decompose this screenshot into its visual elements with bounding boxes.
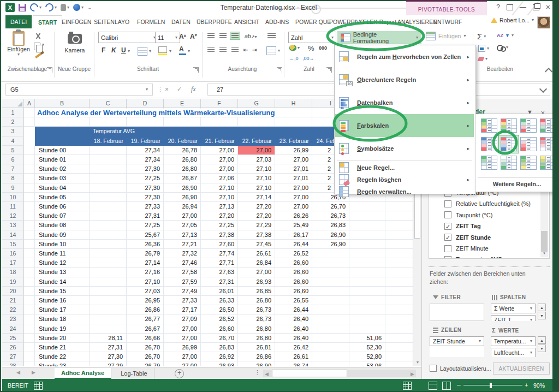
cell-D25[interactable]: 26,66 [127, 334, 164, 343]
field-item-zeit-minute[interactable]: ZEIT Minute [429, 243, 549, 254]
font-size-combo[interactable]: 11▾ [155, 32, 180, 43]
menu-item-obere-untere-regeln[interactable]: ↑10Obere/untere Regeln▸ [335, 68, 474, 91]
cell-C11[interactable] [90, 202, 127, 211]
cell-C19[interactable] [90, 277, 127, 287]
cell-E24[interactable]: 27,00 [164, 324, 201, 334]
insert-function-icon[interactable]: fx [191, 85, 196, 93]
cell-H21[interactable]: 26,55 [275, 296, 312, 305]
column-header-B[interactable]: B [35, 99, 90, 108]
cell-G20[interactable]: 26,85 [238, 287, 275, 296]
cell-A12[interactable] [24, 211, 35, 221]
ribbon-tab-add-ins[interactable]: ADD-INS [260, 15, 294, 28]
find-select-button[interactable]: ▾ [497, 45, 508, 50]
chip-dropdown-icon[interactable]: ▾ [530, 318, 532, 321]
cell-label-B27[interactable]: Stunde 22 [35, 352, 90, 361]
cell-H28[interactable]: 26,74 [275, 361, 312, 366]
cell-J12[interactable] [349, 211, 385, 221]
cell-D27[interactable]: 26,70 [127, 352, 164, 361]
cell-D14[interactable]: 25,67 [127, 230, 164, 240]
align-middle-button[interactable] [218, 32, 228, 39]
cell-F15[interactable]: 27,60 [201, 240, 238, 249]
cell-I19[interactable] [312, 277, 349, 287]
cell-label-B23[interactable]: Stunde 18 [35, 314, 90, 324]
cell-label-B28[interactable]: Stunde 23 [35, 361, 90, 366]
cell-K26[interactable]: 49 [385, 343, 413, 352]
cell-K21[interactable]: 50 [385, 296, 413, 305]
defer-layout-checkbox[interactable] [430, 365, 437, 372]
font-dialog-launcher-icon[interactable] [193, 67, 199, 73]
cell-J27[interactable]: 52,80 [349, 352, 385, 361]
field-checkbox[interactable] [444, 211, 451, 218]
more-rules-item[interactable]: Weitere Regeln... [475, 181, 552, 187]
cell-D2[interactable] [127, 117, 164, 127]
zoom-slider[interactable] [463, 385, 522, 385]
cell-C6[interactable] [90, 155, 127, 164]
italic-button[interactable]: K [111, 46, 116, 54]
horizontal-scroll-thumb[interactable] [272, 370, 347, 377]
cell-F24[interactable]: 26,60 [201, 324, 238, 334]
cell-D22[interactable]: 26,86 [127, 305, 164, 314]
cell-A21[interactable] [24, 296, 35, 305]
cell-D10[interactable]: 27,30 [127, 193, 164, 202]
cell-E12[interactable]: 27,00 [164, 211, 201, 221]
cell-K15[interactable]: 45 [385, 240, 413, 249]
scroll-down-icon[interactable]: ▼ [414, 358, 421, 366]
row-header-13[interactable]: 13 [2, 221, 24, 230]
excel-logo-icon[interactable]: X [5, 3, 15, 12]
cell-G8[interactable]: 27,10 [238, 174, 275, 183]
row-header-23[interactable]: 23 [2, 314, 24, 324]
cell-K11[interactable]: 54 [385, 202, 413, 211]
cell-A28[interactable] [24, 361, 35, 366]
cell-C15[interactable] [90, 240, 127, 249]
row-header-17[interactable]: 17 [2, 258, 24, 268]
row-header-22[interactable]: 22 [2, 305, 24, 314]
cell-K24[interactable]: 49 [385, 324, 413, 334]
cell-C10[interactable] [90, 193, 127, 202]
comma-style-button[interactable]: 000 [319, 45, 327, 51]
scroll-left-icon[interactable]: ◀ [265, 371, 269, 377]
cell-E7[interactable]: 26,80 [164, 164, 201, 174]
scroll-right-icon[interactable]: ▶ [411, 371, 414, 377]
field-item-zeit-tag[interactable]: ✓ZEIT Tag [429, 221, 549, 231]
cell-J16[interactable] [349, 249, 385, 258]
cell-A6[interactable] [24, 155, 35, 164]
column-header-F[interactable]: F [201, 99, 238, 108]
cell-K28[interactable]: 50 [385, 361, 413, 366]
cell-D5[interactable]: 27,34 [127, 146, 164, 155]
cell-E18[interactable]: 27,58 [164, 268, 201, 277]
addin-button[interactable]: ▾ [73, 4, 84, 11]
ribbon-display-options-icon[interactable] [507, 4, 513, 10]
cell-G12[interactable]: 27,20 [238, 211, 275, 221]
cell-E20[interactable]: 27,49 [164, 287, 201, 296]
cell-F5[interactable]: 27,00 [201, 146, 238, 155]
copy-button[interactable]: ▾ [34, 43, 44, 50]
grow-font-icon[interactable]: A▴ [179, 33, 186, 40]
cell-B2[interactable] [35, 117, 90, 127]
select-all-corner[interactable] [2, 99, 24, 108]
cell-E10[interactable]: 26,90 [164, 193, 201, 202]
avatar[interactable] [537, 16, 550, 29]
merge-center-button[interactable]: ▾ [266, 46, 280, 55]
cell-H19[interactable]: 26,60 [275, 277, 312, 287]
cell-F12[interactable]: 27,20 [201, 211, 238, 221]
cell-E5[interactable]: 26,78 [164, 146, 201, 155]
cell-K19[interactable]: 50 [385, 277, 413, 287]
account-area[interactable]: Robert Lo... ▾ [491, 17, 534, 23]
field-checkbox[interactable]: ✓ [444, 223, 451, 230]
cell-I11[interactable]: 26,70 [312, 202, 349, 211]
row-header-14[interactable]: 14 [2, 230, 24, 240]
currency-format-button[interactable]: ▾ [289, 45, 300, 51]
cell-K23[interactable]: 50 [385, 314, 413, 324]
rows-area-box[interactable]: ZEIT Stunde▾ [430, 336, 484, 357]
cell-D24[interactable]: 26,67 [127, 324, 164, 334]
cell-I12[interactable]: 26,73 [312, 211, 349, 221]
minimize-icon[interactable]: — [520, 3, 526, 11]
menu-item-regeln-l-schen[interactable]: Regeln löschen▸ [335, 174, 474, 186]
row-header-6[interactable]: 6 [2, 155, 24, 164]
color-scale-option-green-white-red[interactable] [520, 118, 537, 133]
font-color-button[interactable]: A [179, 45, 186, 55]
cell-K13[interactable]: 52 [385, 221, 413, 230]
row-header-4[interactable]: 4 [2, 136, 24, 146]
cell-C18[interactable] [90, 268, 127, 277]
ribbon-tab-daten[interactable]: DATEN [166, 15, 195, 28]
